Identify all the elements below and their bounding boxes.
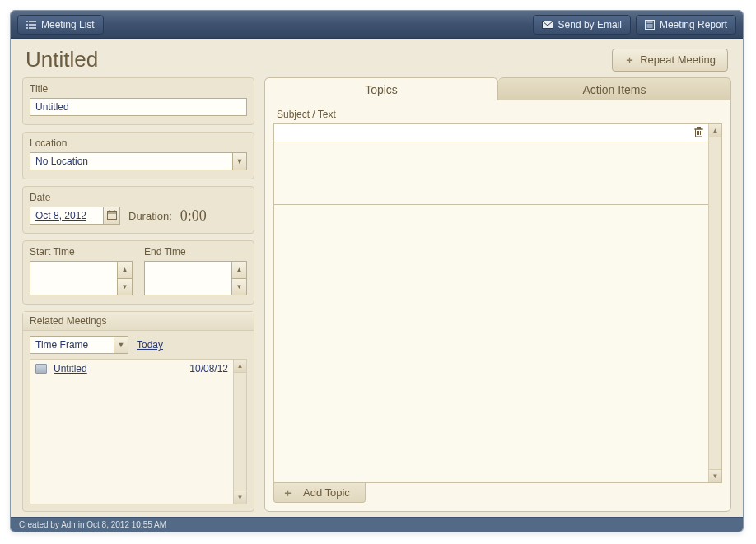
- start-time-value[interactable]: [30, 261, 118, 295]
- trash-icon: [694, 127, 703, 140]
- date-group: Date Duration: 0:00: [22, 186, 254, 234]
- end-time-picker[interactable]: ▲ ▼: [144, 261, 247, 295]
- location-combo[interactable]: ▼: [30, 152, 247, 170]
- start-time-up-button[interactable]: ▲: [118, 261, 133, 278]
- chevron-down-icon: ▼: [236, 157, 244, 165]
- list-item[interactable]: Untitled 10/08/12: [30, 360, 233, 378]
- svg-rect-20: [697, 127, 700, 128]
- delete-topic-button[interactable]: [692, 127, 705, 140]
- report-icon: [645, 20, 655, 30]
- start-time-picker[interactable]: ▲ ▼: [30, 261, 133, 295]
- date-picker[interactable]: [30, 207, 120, 225]
- repeat-meeting-button[interactable]: ＋ Repeat Meeting: [612, 49, 728, 72]
- topic-subject-row: [274, 124, 708, 142]
- toolbar: Meeting List Send by Email Meeting Repor…: [11, 11, 743, 39]
- status-bar: Created by Admin Oct 8, 2012 10:55 AM: [11, 517, 743, 532]
- chevron-up-icon: ▲: [237, 362, 244, 370]
- add-topic-label: Add Topic: [303, 486, 350, 499]
- related-meetings-panel: Related Meetings Time Frame ▼ Today Unti: [22, 311, 254, 512]
- tab-topics[interactable]: Topics: [264, 77, 498, 100]
- duration-label: Duration:: [128, 210, 172, 222]
- title-input[interactable]: [30, 98, 247, 116]
- plus-icon: ＋: [624, 53, 635, 67]
- location-label: Location: [30, 137, 247, 149]
- svg-point-3: [26, 21, 28, 22]
- chevron-up-icon: ▲: [236, 266, 243, 273]
- end-time-value[interactable]: [144, 261, 232, 295]
- location-dropdown-button[interactable]: ▼: [232, 152, 247, 170]
- plus-icon: ＋: [282, 486, 293, 500]
- chevron-down-icon: ▼: [236, 283, 243, 291]
- date-input[interactable]: [30, 207, 104, 225]
- related-meetings-list: Untitled 10/08/12: [30, 360, 233, 504]
- related-item-date: 10/08/12: [189, 363, 228, 374]
- topic-text-area[interactable]: [274, 142, 708, 205]
- meeting-icon: [35, 364, 47, 374]
- location-input[interactable]: [30, 152, 232, 170]
- start-time-down-button[interactable]: ▼: [118, 278, 133, 296]
- meeting-report-button[interactable]: Meeting Report: [636, 15, 736, 35]
- svg-point-4: [26, 24, 28, 26]
- meeting-list-button[interactable]: Meeting List: [17, 15, 104, 35]
- send-email-label: Send by Email: [558, 19, 622, 30]
- calendar-icon: [107, 210, 117, 222]
- today-link[interactable]: Today: [137, 339, 163, 351]
- scroll-down-button[interactable]: ▼: [709, 469, 721, 482]
- chevron-up-icon: ▲: [712, 127, 719, 134]
- meeting-editor-window: Meeting List Send by Email Meeting Repor…: [10, 10, 744, 532]
- subject-text-label: Subject / Text: [277, 109, 722, 120]
- svg-point-5: [26, 27, 28, 29]
- scroll-down-button[interactable]: ▼: [234, 491, 246, 504]
- tab-action-items[interactable]: Action Items: [498, 77, 731, 100]
- right-panel: Topics Action Items Subject / Text: [264, 77, 731, 512]
- left-panel: Title Location ▼ Date: [22, 77, 254, 512]
- end-time-down-button[interactable]: ▼: [232, 278, 247, 296]
- topic-subject-input[interactable]: [278, 124, 692, 142]
- created-by-text: Created by Admin Oct 8, 2012 10:55 AM: [19, 520, 166, 529]
- related-scrollbar[interactable]: ▲ ▼: [233, 360, 246, 504]
- page-title: Untitled: [26, 47, 612, 72]
- send-email-button[interactable]: Send by Email: [533, 15, 631, 35]
- location-group: Location ▼: [22, 132, 254, 179]
- chevron-down-icon: ▼: [712, 472, 719, 480]
- related-meetings-title: Related Meetings: [23, 312, 254, 331]
- body: Untitled ＋ Repeat Meeting Title Location: [11, 39, 743, 532]
- related-item-title[interactable]: Untitled: [54, 363, 183, 374]
- list-icon: [26, 21, 36, 29]
- repeat-meeting-label: Repeat Meeting: [640, 53, 716, 66]
- topics-scrollbar[interactable]: ▲ ▼: [708, 124, 721, 482]
- end-time-label: End Time: [144, 246, 247, 258]
- calendar-button[interactable]: [104, 207, 120, 225]
- timeframe-dropdown-button[interactable]: ▼: [114, 336, 128, 354]
- chevron-down-icon: ▼: [122, 283, 128, 291]
- meeting-list-label: Meeting List: [41, 19, 95, 30]
- title-label: Title: [30, 83, 247, 95]
- duration-value: 0:00: [180, 207, 207, 225]
- svg-rect-11: [107, 211, 116, 219]
- title-group: Title: [22, 77, 254, 125]
- topics-tab-body: Subject / Text: [264, 100, 731, 512]
- end-time-up-button[interactable]: ▲: [232, 261, 247, 278]
- timeframe-combo[interactable]: Time Frame ▼: [30, 336, 128, 354]
- time-group: Start Time ▲ ▼ End Time: [22, 240, 254, 305]
- chevron-up-icon: ▲: [122, 266, 128, 273]
- chevron-down-icon: ▼: [237, 494, 244, 501]
- scroll-up-button[interactable]: ▲: [234, 360, 246, 373]
- start-time-label: Start Time: [30, 246, 133, 258]
- mail-icon: [542, 21, 553, 29]
- scroll-up-button[interactable]: ▲: [709, 124, 721, 137]
- date-label: Date: [30, 192, 247, 203]
- chevron-down-icon: ▼: [118, 341, 125, 349]
- timeframe-value: Time Frame: [30, 336, 114, 354]
- meeting-report-label: Meeting Report: [660, 19, 727, 30]
- topics-empty-area: [274, 205, 708, 482]
- add-topic-button[interactable]: ＋ Add Topic: [273, 483, 366, 503]
